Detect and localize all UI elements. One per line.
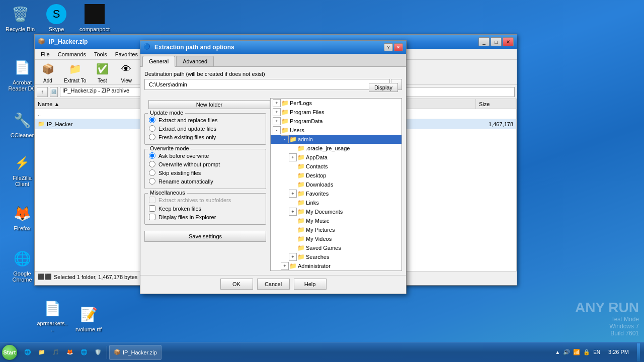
radio-extract-update-input[interactable] [149,125,155,132]
menu-favorites[interactable]: Favorites [111,50,142,58]
tree-item-mydocuments[interactable]: + 📁 My Documents [271,207,401,216]
tree-item-contacts[interactable]: 📁 Contacts [271,162,401,171]
ccleaner-icon: 🔧 [12,110,32,130]
desktop-icon-recycle-bin[interactable]: 🗑️ Recycle Bin [2,2,38,34]
radio-fresh-existing-input[interactable] [149,134,155,140]
expand-users[interactable]: - [273,126,281,134]
expand-appdata[interactable]: + [289,153,297,161]
tray-volume-icon[interactable]: 🔊 [563,349,570,355]
taskbar-item-iphacker[interactable]: 📦 IP_Hacker.zip [109,345,162,360]
cb-keep-broken[interactable]: Keep broken files [149,205,262,212]
destination-path-input[interactable]: C:\Users\admin [144,79,390,90]
tree-item-links[interactable]: 📁 Links [271,198,401,207]
tree-item-users[interactable]: - 📁 Users [271,126,401,135]
winrar-minimize-button[interactable]: _ [478,37,490,46]
tab-general[interactable]: General [142,56,175,67]
winrar-restore-button[interactable]: □ [491,37,502,46]
tray-lang-icon[interactable]: EN [593,349,600,355]
tree-item-administrator[interactable]: + 📁 Administrator [271,261,401,270]
cb-keep-broken-input[interactable] [149,205,155,212]
nav-up-button[interactable]: ↑ [37,87,48,97]
radio-rename-auto-input[interactable] [149,178,155,185]
folder-mymusic-icon: 📁 [297,217,305,225]
ok-button[interactable]: OK [220,279,253,290]
expand-mydocuments[interactable]: + [289,208,297,216]
show-desktop-button[interactable] [637,343,640,361]
menu-file[interactable]: File [37,50,54,58]
cb-display-explorer-input[interactable] [149,214,155,220]
dialog-help-button[interactable]: ? [384,43,393,51]
tray-network-icon[interactable]: 📶 [573,349,580,355]
expand-admin[interactable]: - [281,135,289,143]
help-button[interactable]: Help [294,279,327,290]
toolbar-test-button[interactable]: ✅ Test [91,60,113,84]
expand-programdata[interactable]: + [273,117,281,125]
quicklaunch-ie2[interactable]: 🌐 [77,346,91,359]
tree-item-desktop[interactable]: 📁 Desktop [271,171,401,180]
dialog-title-icon: 🔵 [143,43,151,51]
nav-back-button[interactable]: 🔙 [50,87,58,97]
radio-skip-existing-input[interactable] [149,169,155,176]
display-button[interactable]: Display [369,83,398,92]
quicklaunch-ie[interactable]: 🌐 [21,346,34,359]
tree-item-searches[interactable]: + 📁 Searches [271,252,401,261]
desktop-icon-aprmarkets[interactable]: 📄 aprmarkets.... [34,296,70,334]
expand-searches[interactable]: + [289,253,297,261]
tree-item-appdata[interactable]: + 📁 AppData [271,153,401,162]
dialog-close-button[interactable]: ✕ [394,43,403,51]
quicklaunch-firefox[interactable]: 🦊 [63,346,76,359]
save-settings-button[interactable]: Save settings [144,231,266,242]
quicklaunch-security[interactable]: 🛡️ [92,346,105,359]
radio-fresh-existing[interactable]: Fresh existing files only [149,134,262,140]
file-tree[interactable]: + 📁 PerfLogs + 📁 Program Files + 📁 [270,98,402,271]
tab-advanced[interactable]: Advanced [176,56,214,66]
radio-rename-auto[interactable]: Rename automatically [149,178,262,185]
quicklaunch-explorer[interactable]: 📁 [35,346,48,359]
tree-item-programdata[interactable]: + 📁 ProgramData [271,117,401,126]
tree-item-downloads[interactable]: 📁 Downloads [271,180,401,189]
tree-item-myvideos[interactable]: 📁 My Videos [271,234,401,243]
menu-commands[interactable]: Commands [54,50,90,58]
winrar-close-button[interactable]: ✕ [503,37,514,46]
start-label: Start [3,349,16,355]
cb-display-explorer[interactable]: Display files in Explorer [149,214,262,220]
radio-skip-existing[interactable]: Skip existing files [149,169,262,176]
radio-skip-existing-label: Skip existing files [158,170,201,176]
expand-perflogs[interactable]: + [273,99,281,107]
toolbar-add-button[interactable]: 📦 Add [37,60,59,84]
radio-overwrite-without[interactable]: Overwrite without prompt [149,161,262,167]
tray-clock[interactable]: 3:26 PM [604,348,633,356]
quicklaunch-media[interactable]: 🎵 [49,346,62,359]
tray-up-arrow[interactable]: ▲ [555,349,560,355]
radio-extract-replace[interactable]: Extract and replace files [149,117,262,123]
expand-favorites[interactable]: + [289,190,297,198]
companion-icon [85,4,105,24]
tree-item-programfiles[interactable]: + 📁 Program Files [271,108,401,117]
tree-item-favorites[interactable]: + 📁 Favorites [271,189,401,198]
radio-ask-before-input[interactable] [149,152,155,159]
expand-administrator[interactable]: + [281,262,289,270]
radio-fresh-existing-label: Fresh existing files only [158,134,216,140]
toolbar-extract-button[interactable]: 📁 Extract To [61,60,89,84]
toolbar-view-button[interactable]: 👁 View [115,60,137,84]
start-button[interactable]: Start [2,345,17,360]
tree-item-oracle[interactable]: 📁 .oracle_jre_usage [271,144,401,153]
radio-extract-update[interactable]: Extract and update files [149,125,262,132]
new-folder-button[interactable]: New folder [148,100,270,109]
menu-tools[interactable]: Tools [90,50,111,58]
tree-item-admin[interactable]: - 📁 admin [271,135,401,144]
desktop-icon-skype[interactable]: S Skype [38,2,74,34]
cancel-button[interactable]: Cancel [257,279,290,290]
update-mode-group: Update mode Extract and replace files Ex… [144,113,266,145]
desktop-icon-rvolume[interactable]: 📝 rvolume.rtf [70,302,107,334]
dialog-body: New folder Update mode Extract and repla… [140,94,406,275]
tree-item-mypictures[interactable]: 📁 My Pictures [271,225,401,234]
tray-security-icon[interactable]: 🔒 [583,349,590,355]
tree-item-savedgames[interactable]: 📁 Saved Games [271,243,401,252]
radio-ask-before[interactable]: Ask before overwrite [149,152,262,159]
tree-item-perflogs[interactable]: + 📁 PerfLogs [271,99,401,108]
expand-programfiles[interactable]: + [273,108,281,116]
radio-overwrite-without-input[interactable] [149,161,155,167]
radio-extract-replace-input[interactable] [149,117,155,123]
tree-item-mymusic[interactable]: 📁 My Music [271,216,401,225]
